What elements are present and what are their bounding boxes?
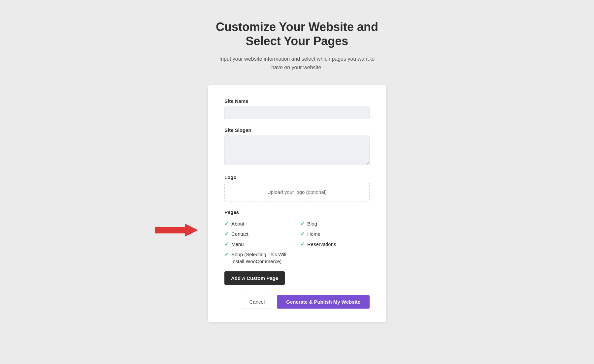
- site-name-input[interactable]: [224, 106, 370, 119]
- site-slogan-field: Site Slogan: [224, 127, 370, 167]
- page-item-blog[interactable]: ✓ Blog: [300, 220, 370, 227]
- page-item-menu[interactable]: ✓ Menu: [224, 241, 294, 248]
- site-slogan-label: Site Slogan: [224, 127, 370, 133]
- check-icon-home: ✓: [300, 231, 305, 237]
- site-name-label: Site Name: [224, 98, 370, 104]
- page-label-blog: Blog: [307, 220, 317, 227]
- site-name-field: Site Name: [224, 98, 370, 119]
- page-title: Customize Your Website and Select Your P…: [216, 20, 378, 48]
- logo-upload-area[interactable]: Upload your logo (optional): [224, 183, 370, 201]
- check-icon-reservations: ✓: [300, 241, 305, 247]
- check-icon-blog: ✓: [300, 221, 305, 227]
- site-slogan-input[interactable]: [224, 136, 370, 165]
- page-label-reservations: Reservations: [307, 241, 336, 248]
- form-footer: Cancel Generate & Publish My Website: [224, 295, 370, 309]
- logo-field: Logo Upload your logo (optional): [224, 174, 370, 201]
- add-custom-page-button[interactable]: Add A Custom Page: [224, 271, 285, 285]
- form-card: Site Name Site Slogan Logo Upload your l…: [208, 85, 386, 322]
- page-item-about[interactable]: ✓ About: [224, 220, 294, 227]
- svg-marker-0: [155, 224, 198, 237]
- annotation-arrow: [155, 222, 198, 238]
- check-icon-contact: ✓: [224, 231, 229, 237]
- cancel-button[interactable]: Cancel: [242, 295, 273, 309]
- pages-label: Pages: [224, 209, 370, 215]
- pages-section: Pages ✓ About ✓ Blog ✓ Contact ✓ Home ✓ …: [224, 209, 370, 265]
- check-icon-about: ✓: [224, 221, 229, 227]
- page-subtitle: Input your website information and selec…: [218, 55, 376, 72]
- page-label-home: Home: [307, 230, 320, 237]
- page-label-shop: Shop (Selecting This Will Install WooCom…: [231, 251, 294, 265]
- logo-upload-text: Upload your logo (optional): [267, 189, 327, 195]
- page-label-about: About: [231, 220, 244, 227]
- page-item-reservations[interactable]: ✓ Reservations: [300, 241, 370, 248]
- page-item-home[interactable]: ✓ Home: [300, 230, 370, 237]
- check-icon-menu: ✓: [224, 241, 229, 247]
- logo-label: Logo: [224, 174, 370, 180]
- pages-grid: ✓ About ✓ Blog ✓ Contact ✓ Home ✓ Menu ✓: [224, 220, 370, 265]
- check-icon-shop: ✓: [224, 251, 229, 258]
- page-label-contact: Contact: [231, 230, 248, 237]
- page-label-menu: Menu: [231, 241, 244, 248]
- page-item-contact[interactable]: ✓ Contact: [224, 230, 294, 237]
- publish-button[interactable]: Generate & Publish My Website: [277, 295, 370, 309]
- page-item-shop[interactable]: ✓ Shop (Selecting This Will Install WooC…: [224, 251, 294, 265]
